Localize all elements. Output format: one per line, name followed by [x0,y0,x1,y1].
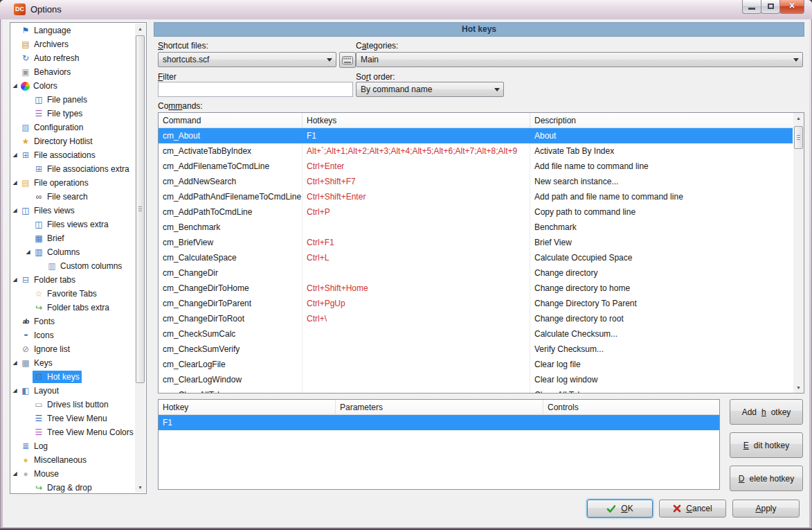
ok-button[interactable]: OK [587,500,653,518]
tree-item-label: Files views [33,206,75,215]
close-button[interactable]: × [779,0,804,14]
tree-item-behaviors[interactable]: ▣Behaviors [10,65,135,79]
description-cell: Clear log window [530,372,793,387]
column-header-hotkeys[interactable]: Hotkeys [303,113,530,127]
table-row-cm-changedirtoparent[interactable]: cm_ChangeDirToParentCtrl+PgUpChange Dire… [159,296,793,311]
tree-item-file-panels[interactable]: ◫File panels [10,93,135,107]
tree-item-auto-refresh[interactable]: ↻Auto refresh [10,51,135,65]
tree-item-custom-columns[interactable]: ▥Custom columns [10,259,135,273]
scroll-up-icon[interactable]: ▲ [135,24,145,34]
delete-hotkey-button[interactable]: Delete hotkey [730,466,803,491]
dropdown-arrow-icon[interactable] [323,58,336,62]
titlebar[interactable]: DC Options × [0,0,812,19]
table-row-cm-clearlogwindow[interactable]: cm_ClearLogWindowClear log window [159,372,793,387]
tree-item-file-search[interactable]: ∞File search [10,190,135,204]
tree-item-drag-drop[interactable]: ↪Drag & drop [10,481,135,493]
tree-item-keys[interactable]: ◢▦Keys [10,356,135,370]
tree-item-file-associations-extra[interactable]: ⊞File associations extra [10,162,135,176]
expand-toggle-icon[interactable]: ◢ [10,467,19,481]
column-header-parameters[interactable]: Parameters [336,400,543,414]
categories-select[interactable]: Main [356,52,803,67]
column-header-command[interactable]: Command [159,113,303,127]
scroll-down-icon[interactable]: ▼ [135,482,145,493]
add-hotkey-button[interactable]: Add hotkey [730,399,803,425]
table-row-cm-changedirtohome[interactable]: cm_ChangeDirToHomeCtrl+Shift+HomeChange … [159,281,793,296]
table-row-cm-closealltabs[interactable]: cm_CloseAllTabsClose All Tabs [159,387,793,393]
tree-item-tree-view-menu-colors[interactable]: ☰Tree View Menu Colors [10,425,135,439]
edit-shortcut-file-button[interactable] [339,52,356,68]
tree-item-columns[interactable]: ◢▥Columns [10,245,135,259]
tree-item-tree-view-menu[interactable]: ☰Tree View Menu [10,412,135,425]
dropdown-arrow-icon[interactable] [491,88,503,91]
tree-item-icons[interactable]: ••Icons [10,328,135,342]
tree-item-files-views[interactable]: ◢◫Files views [10,204,135,218]
column-header-description[interactable]: Description [530,113,804,127]
tree-item-files-views-extra[interactable]: ◫Files views extra [10,218,135,231]
maximize-button[interactable] [761,0,780,14]
tree-item-folder-tabs-extra[interactable]: ↪Folder tabs extra [10,301,135,315]
column-header-controls[interactable]: Controls [543,400,719,414]
table-row-cm-about[interactable]: cm_AboutF1About [159,128,793,143]
scroll-up-icon[interactable]: ▲ [793,113,804,123]
tree-item-ignore-list[interactable]: ⊘Ignore list [10,342,135,356]
expand-toggle-icon[interactable]: ◢ [10,204,19,218]
expand-toggle-icon[interactable]: ◢ [10,273,19,287]
table-row-cm-changedirtoroot[interactable]: cm_ChangeDirToRootCtrl+\Change directory… [159,311,793,326]
table-row-cm-changedir[interactable]: cm_ChangeDirChange directory [159,265,793,281]
description-cell: About [530,128,793,143]
table-row-cm-addfilenametocmdline[interactable]: cm_AddFilenameToCmdLineCtrl+EnterAdd fil… [159,159,793,174]
tree-item-file-operations[interactable]: ◢▤File operations [10,176,135,190]
tree-item-file-types[interactable]: ☰File types [10,107,135,121]
table-row-cm-calculatespace[interactable]: cm_CalculateSpaceCtrl+LCalculate Occupie… [159,250,793,265]
expand-toggle-icon[interactable]: ◢ [10,148,19,162]
expand-toggle-icon[interactable]: ◢ [10,176,19,190]
tree-item-hot-keys[interactable]: ⊡Hot keys [10,370,135,384]
tree-item-miscellaneous[interactable]: ●Miscellaneous [10,453,135,467]
table-row-cm-clearlogfile[interactable]: cm_ClearLogFileClear log file [159,357,793,372]
table-row-cm-activatetabbyindex[interactable]: cm_ActivateTabByIndexAlt+`;Alt+1;Alt+2;A… [159,143,793,159]
tree-item-colors[interactable]: ◢Colors [10,79,135,93]
scrollbar-thumb[interactable] [136,35,145,383]
tree-item-brief[interactable]: ▦Brief [10,231,135,245]
tree-item-layout[interactable]: ◢◧Layout [10,384,135,398]
sort-order-select[interactable]: By command name [356,82,504,97]
expand-toggle-icon[interactable]: ◢ [10,79,19,93]
tree-item-log[interactable]: ≣Log [10,439,135,453]
scrollbar-thumb[interactable] [794,126,803,149]
tree-item-favorite-tabs[interactable]: ☆Favorite Tabs [10,287,135,301]
table-row-cm-benchmark[interactable]: cm_BenchmarkBenchmark [159,220,793,235]
expand-toggle-icon[interactable]: ◢ [24,245,33,259]
tree-item-configuration[interactable]: ▨Configuration [10,121,135,134]
tree-item-label: File associations extra [46,164,129,174]
table-row-cm-checksumverify[interactable]: cm_CheckSumVerifyVerify Checksum... [159,342,793,357]
cancel-button[interactable]: Cancel [659,500,726,518]
table-row-cm-checksumcalc[interactable]: cm_CheckSumCalcCalculate Checksum... [159,326,793,342]
tree-item-archivers[interactable]: ▤Archivers [10,37,135,51]
tree-item-folder-tabs[interactable]: ◢⊟Folder tabs [10,273,135,287]
table-row-cm-addpathandfilenametocmdline[interactable]: cm_AddPathAndFilenameToCmdLineCtrl+Shift… [159,189,793,204]
tree-item-directory-hotlist[interactable]: ★Directory Hotlist [10,134,135,148]
table-row-cm-addnewsearch[interactable]: cm_AddNewSearchCtrl+Shift+F7New search i… [159,174,793,189]
shortcut-files-select[interactable]: shortcuts.scf [158,52,336,67]
hotkeys-table-header[interactable]: Hotkey Parameters Controls [159,400,719,415]
table-row-cm-addpathtocmdline[interactable]: cm_AddPathToCmdLineCtrl+PCopy path to co… [159,204,793,220]
tree-item-mouse[interactable]: ◢●Mouse [10,467,135,481]
expand-toggle-icon[interactable]: ◢ [10,356,19,370]
column-header-hotkey[interactable]: Hotkey [159,400,336,414]
tree-item-fonts[interactable]: abFonts [10,315,135,328]
table-row-cm-briefview[interactable]: cm_BriefViewCtrl+F1Brief View [159,235,793,250]
expand-toggle-icon[interactable]: ◢ [10,384,19,398]
dropdown-arrow-icon[interactable] [790,58,802,62]
tree-item-language[interactable]: ⚑Language [10,24,135,37]
tree-item-file-associations[interactable]: ◢⊞File associations [10,148,135,162]
apply-button[interactable]: Apply [732,500,800,518]
scroll-down-icon[interactable]: ▼ [793,382,804,393]
hotkey-row-f1[interactable]: F1 [159,415,719,430]
commands-table-header[interactable]: Command Hotkeys Description [159,113,804,128]
minimize-button[interactable] [742,0,761,14]
tree-item-drives-list-button[interactable]: ▭Drives list button [10,398,135,412]
tree-scrollbar[interactable]: ▲ ▼ [135,24,145,493]
commands-scrollbar[interactable]: ▲ ▼ [793,113,804,393]
filter-input[interactable] [158,82,353,97]
edit-hotkey-button[interactable]: Edit hotkey [730,432,803,458]
